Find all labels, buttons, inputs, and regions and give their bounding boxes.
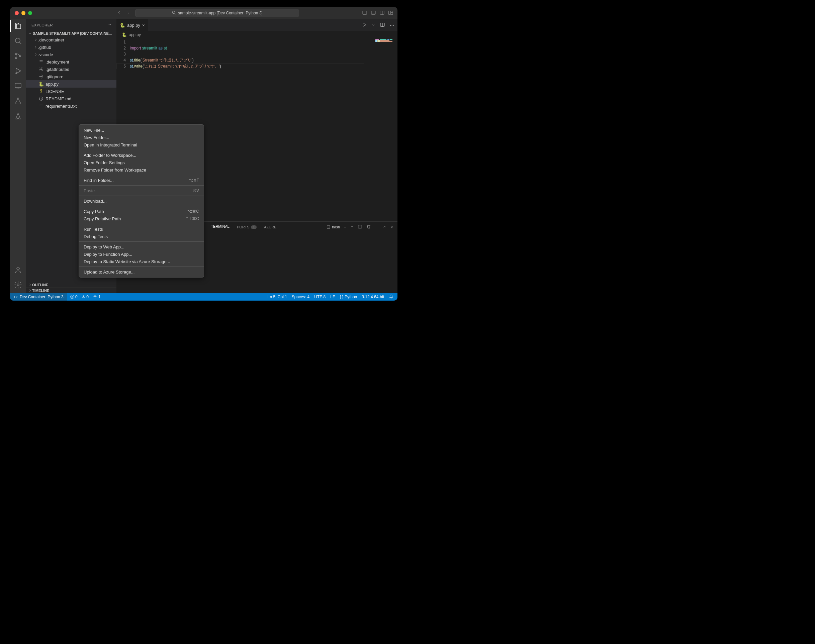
minimap[interactable] [375,39,395,42]
editor-tab[interactable]: 🐍 app.py × [117,19,149,31]
menu-item-find-in-folder[interactable]: Find in Folder...⌥⇧F [79,176,204,184]
workspace-header[interactable]: SAMPLE-STREAMLIT-APP [DEV CONTAINE... [26,31,117,36]
menu-item-add-folder-to-workspace[interactable]: Add Folder to Workspace... [79,152,204,159]
close-tab-icon[interactable]: × [142,23,145,28]
remote-explorer-icon[interactable] [14,82,22,91]
menu-item-open-folder-settings[interactable]: Open Folder Settings [79,159,204,166]
ports-status[interactable]: 1 [93,294,101,300]
explorer-icon[interactable] [14,22,22,31]
layout-panel-icon[interactable] [371,10,376,16]
accounts-icon[interactable] [14,266,22,275]
nav-buttons [117,10,131,16]
azure-icon[interactable] [14,112,22,121]
kill-terminal-icon[interactable] [366,224,371,230]
svg-point-16 [40,76,42,77]
more-actions-icon[interactable]: ⋯ [390,23,394,28]
errors-status[interactable]: ⓧ 0 [70,294,78,300]
indentation[interactable]: Spaces: 4 [292,294,309,299]
file-item-README-md[interactable]: README.md [26,95,117,102]
menu-item-copy-path[interactable]: Copy Path⌥⌘C [79,208,204,215]
nav-forward-icon[interactable] [126,10,131,16]
current-line-highlight [117,63,364,69]
menu-separator [79,185,204,186]
close-window[interactable] [15,11,19,15]
split-editor-icon[interactable] [380,22,385,28]
menu-item-upload-to-azure-storage[interactable]: Upload to Azure Storage... [79,268,204,276]
warnings-status[interactable]: ⚠ 0 [82,294,89,299]
file-item--deployment[interactable]: .deployment [26,58,117,66]
breadcrumb[interactable]: 🐍 app.py [117,31,397,38]
more-terminal-icon[interactable]: ⋯ [375,225,379,229]
timeline-section[interactable]: TIMELINE [26,288,117,293]
file-label: .gitattributes [46,67,69,72]
menu-item-deploy-to-function-app[interactable]: Deploy to Function App... [79,250,204,258]
menu-item-download[interactable]: Download... [79,197,204,205]
svg-rect-4 [389,11,391,14]
source-control-icon[interactable] [14,52,22,61]
svg-rect-12 [15,83,21,87]
menu-item-deploy-to-static-website-via-azure-storage[interactable]: Deploy to Static Website via Azure Stora… [79,258,204,265]
panel-tab-azure[interactable]: AZURE [264,225,276,229]
run-debug-icon[interactable] [14,67,22,76]
file-label: README.md [46,96,71,101]
encoding[interactable]: UTF-8 [314,294,326,299]
nav-back-icon[interactable] [117,10,122,16]
context-menu: New File...New Folder...Open in Integrat… [78,124,204,278]
menu-item-paste: Paste⌘V [79,187,204,194]
menu-item-run-tests[interactable]: Run Tests [79,225,204,233]
python-icon: 🐍 [122,32,127,37]
close-panel-icon[interactable]: × [391,225,393,229]
menu-item-new-folder[interactable]: New Folder... [79,134,204,141]
file-item--vscode[interactable]: .vscode [26,51,117,58]
chevron-right-icon [34,38,38,42]
new-terminal-icon[interactable]: + [344,225,346,229]
file-item-app-py[interactable]: 🐍app.py [26,80,117,87]
run-icon[interactable] [362,22,367,28]
python-version[interactable]: 3.12.4 64-bit [362,294,384,299]
settings-gear-icon[interactable] [14,281,22,290]
search-activity-icon[interactable] [14,37,22,46]
run-dropdown-icon[interactable] [372,23,375,28]
menu-item-debug-tests[interactable]: Debug Tests [79,233,204,240]
menu-separator [79,267,204,267]
language-mode[interactable]: { } Python [340,294,357,299]
eol[interactable]: LF [330,294,335,299]
window-controls [15,11,32,15]
minimize-window[interactable] [22,11,25,15]
customize-layout-icon[interactable] [388,10,394,16]
maximize-panel-icon[interactable] [383,225,387,229]
layout-sidebar-left-icon[interactable] [362,10,368,16]
remote-indicator[interactable]: Dev Container: Python 3 [10,293,67,301]
file-item-LICENSE[interactable]: 🎖LICENSE [26,87,117,95]
outline-section[interactable]: OUTLINE [26,282,117,288]
file-item--gitignore[interactable]: .gitignore [26,73,117,80]
file-label: .github [38,45,51,50]
more-icon[interactable]: ⋯ [108,23,111,27]
notifications-icon[interactable] [389,294,394,300]
file-item--github[interactable]: .github [26,43,117,51]
menu-item-open-in-integrated-terminal[interactable]: Open in Integrated Terminal [79,141,204,149]
split-terminal-icon[interactable] [358,224,362,230]
menu-item-copy-relative-path[interactable]: Copy Relative Path⌃⇧⌘C [79,215,204,222]
file-icon [38,74,44,79]
menu-separator [79,224,204,224]
terminal-dropdown-icon[interactable] [350,225,354,229]
file-icon: 🐍 [38,81,44,87]
file-item--gitattributes[interactable]: .gitattributes [26,66,117,73]
file-item-requirements-txt[interactable]: requirements.txt [26,102,117,110]
menu-item-remove-folder-from-workspace[interactable]: Remove Folder from Workspace [79,166,204,173]
maximize-window[interactable] [28,11,32,15]
panel-tab-ports[interactable]: PORTS1 [237,225,257,229]
panel-tab-terminal[interactable]: TERMINAL [211,224,229,230]
layout-sidebar-right-icon[interactable] [380,10,385,16]
menu-item-new-file[interactable]: New File... [79,126,204,134]
svg-rect-3 [380,11,384,14]
cursor-position[interactable]: Ln 5, Col 1 [268,294,287,299]
menu-separator [79,241,204,242]
search-icon [172,10,176,16]
command-center[interactable]: sample-streamlit-app [Dev Container: Pyt… [135,9,299,17]
testing-icon[interactable] [14,97,22,106]
menu-item-deploy-to-web-app[interactable]: Deploy to Web App... [79,243,204,250]
file-label: requirements.txt [46,104,77,109]
file-item--devcontainer[interactable]: .devcontainer [26,36,117,43]
